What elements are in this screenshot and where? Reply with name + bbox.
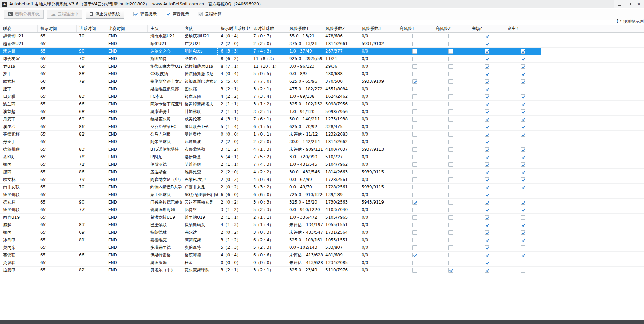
table-row[interactable]: 德女杯65′90′END门兴格拉德巴赫女足云达不莱梅女足2（0：2）3（0：3）… [0, 199, 644, 206]
table-row[interactable]: 罗丁65′88′ENDCS坎皮纳博尔德斯撒卡尼4（0：4）5（0：5）0.0 -… [0, 70, 644, 78]
finished-checkbox[interactable] [485, 79, 489, 84]
high_risk2-checkbox[interactable] [448, 140, 453, 144]
high_risk2-checkbox[interactable] [448, 42, 453, 46]
high_risk2-checkbox[interactable] [448, 117, 453, 121]
high_risk2-checkbox[interactable] [448, 147, 453, 152]
high_risk2-checkbox[interactable] [448, 109, 453, 114]
finished-checkbox[interactable] [485, 268, 489, 273]
high_risk2-checkbox[interactable] [448, 64, 453, 69]
table-row[interactable]: 越青锦U2165′70′END海南永福U21桑纳庆和U214（0：4）7（0：7… [0, 33, 644, 40]
column-header-high_risk2[interactable]: 高风险2 [433, 25, 469, 33]
hit-checkbox[interactable] [521, 268, 525, 273]
toolbar-checkbox-sound-alert[interactable]: 声音提示 [166, 11, 189, 17]
hit-checkbox[interactable] [521, 193, 525, 197]
hit-checkbox[interactable] [521, 162, 525, 167]
finished-checkbox[interactable] [485, 215, 489, 220]
table-row[interactable]: 德堡州联65′END蒙士达球队SG芬纳图普巴门诺尔6（6：0）6（6：0）725… [0, 191, 644, 199]
table-row[interactable]: 澳达超65′90′END达尔文之心明迪Aces6（3：3）7（4：3）1.0 -… [0, 48, 644, 55]
high_risk2-checkbox[interactable] [448, 253, 453, 257]
high_risk1-checkbox[interactable] [412, 109, 417, 114]
hit-checkbox[interactable] [521, 177, 525, 182]
hit-checkbox[interactable] [521, 64, 525, 69]
column-header-match_time[interactable]: 比赛时间 [106, 25, 147, 33]
high_risk1-checkbox[interactable] [412, 245, 417, 250]
high_risk1-checkbox[interactable] [412, 162, 417, 167]
high_risk1-checkbox[interactable] [412, 94, 417, 99]
column-header-away[interactable]: 客队 [182, 25, 218, 33]
column-header-risk3[interactable]: 风险系数3 [359, 25, 397, 33]
high_risk2-checkbox[interactable] [448, 102, 453, 106]
high_risk1-checkbox[interactable] [412, 102, 417, 106]
column-header-goals_live[interactable]: 即时进球数 [251, 25, 287, 33]
high_risk1-checkbox[interactable] [412, 79, 417, 84]
high_risk1-checkbox[interactable] [412, 155, 417, 159]
finished-checkbox[interactable] [485, 238, 489, 242]
table-row[interactable]: 芬K联65′78′ENDIP四九洛伊斯基5（4：1）7（5：2）3.0 - 72… [0, 153, 644, 161]
high_risk2-checkbox[interactable] [448, 87, 453, 91]
high_risk1-checkbox[interactable] [412, 72, 417, 76]
hit-checkbox[interactable] [521, 49, 525, 54]
table-row[interactable]: 越青锦U2165′END顺化U21广义U212（2：0）2（2：0）375.0 … [0, 40, 644, 48]
high_risk2-checkbox[interactable] [448, 245, 453, 250]
high_risk1-checkbox[interactable] [412, 238, 417, 242]
finished-checkbox[interactable] [485, 193, 489, 197]
finished-checkbox[interactable] [485, 147, 489, 152]
table-row[interactable]: 捷丁65′END斯拉维亚俱乐部图尔诺3（2：1）3（2：1）475.0 - 18… [0, 85, 644, 93]
high_risk1-checkbox[interactable] [412, 200, 417, 205]
finished-checkbox[interactable] [485, 223, 489, 227]
high_risk2-checkbox[interactable] [448, 34, 453, 38]
high_risk1-checkbox[interactable] [412, 253, 417, 257]
high_risk2-checkbox[interactable] [448, 49, 453, 54]
high_risk1-checkbox[interactable] [412, 230, 417, 235]
high_risk2-checkbox[interactable] [448, 200, 453, 205]
high_risk2-checkbox[interactable] [448, 72, 453, 76]
high_risk1-checkbox[interactable] [412, 185, 417, 189]
high_risk1-checkbox[interactable] [412, 132, 417, 137]
column-header-league[interactable]: 联赛 [0, 25, 37, 33]
finished-checkbox[interactable] [485, 117, 489, 121]
high_risk1-checkbox[interactable] [412, 125, 417, 129]
finished-checkbox[interactable] [485, 140, 489, 144]
finished-checkbox[interactable] [485, 185, 489, 189]
hit-checkbox[interactable] [521, 170, 525, 174]
hit-checkbox[interactable] [521, 117, 525, 121]
high_risk2-checkbox[interactable] [448, 230, 453, 235]
table-row[interactable]: 澳首超65′68′END奥康诺骑士甘加林联2（1：1）3（2：1）1.0 - 9… [0, 108, 644, 116]
stop-analysis-button[interactable]: 停止分析系统 [86, 10, 124, 19]
table-row[interactable]: 德堡州联65′77′END普奥德斯海姆比特堡3（1：2）5（2：3）0.0 - … [0, 206, 644, 214]
finished-checkbox[interactable] [485, 132, 489, 137]
high_risk2-checkbox[interactable] [448, 177, 453, 182]
table-row[interactable]: 丹麦丁65′END阿尔堡球队瓦谭斯波2（2：0）2（2：0）30.0 - 142… [0, 138, 644, 146]
hit-checkbox[interactable] [521, 125, 525, 129]
table-row[interactable]: 澳昆乙65′86′END圣乔治维莱FC魔法联合TFA5（1：4）6（1：5）62… [0, 123, 644, 131]
hit-checkbox[interactable] [521, 261, 525, 265]
high_risk1-checkbox[interactable] [412, 117, 417, 121]
high_risk1-checkbox[interactable] [412, 208, 417, 212]
high_risk1-checkbox[interactable] [412, 34, 417, 38]
finished-checkbox[interactable] [485, 162, 489, 167]
hit-checkbox[interactable] [521, 87, 525, 91]
minimize-button[interactable] [614, 0, 624, 8]
hit-checkbox[interactable] [521, 109, 525, 114]
hit-checkbox[interactable] [521, 147, 525, 152]
high_risk1-checkbox[interactable] [412, 140, 417, 144]
table-row[interactable]: 德堡州联65′83′ENDBTS诺伊施塔特布鲁蒙塔勒3（1：2）4（1：3）未评… [0, 146, 644, 153]
column-header-goals_at_hint[interactable]: 提示时进球数 (*) [218, 25, 251, 33]
hit-checkbox[interactable] [521, 79, 525, 84]
finished-checkbox[interactable] [485, 125, 489, 129]
hit-checkbox[interactable] [521, 102, 525, 106]
toolbar-checkbox-cloud-compute[interactable]: 云端计算 [198, 11, 221, 17]
high_risk2-checkbox[interactable] [448, 261, 453, 265]
high_risk1-checkbox[interactable] [412, 261, 417, 265]
column-header-risk1[interactable]: 风险系数1 [287, 25, 323, 33]
table-row[interactable]: 挪丙65′69′END特朗德林弗尔达2（0：2）3（0：3）未评估 - 433/… [0, 229, 644, 236]
table-row[interactable]: 欧女杯65′79′END阿森纳女足（中）巴黎FC女足2（0：2）4（0：4）0.… [0, 176, 644, 184]
hit-checkbox[interactable] [521, 230, 525, 235]
cloud-connect-button[interactable]: ☁ 云端连接中 [47, 10, 82, 19]
high_risk2-checkbox[interactable] [448, 238, 453, 242]
column-header-high_risk1[interactable]: 高风险1 [397, 25, 433, 33]
finished-checkbox[interactable] [485, 42, 489, 46]
table-row[interactable]: 菲律宾杯65′82′END公马吉利根曼迪奥拉0（0：0）1（0：1）未评估 - … [0, 131, 644, 138]
high_risk1-checkbox[interactable] [412, 49, 417, 54]
hit-checkbox[interactable] [521, 200, 525, 205]
